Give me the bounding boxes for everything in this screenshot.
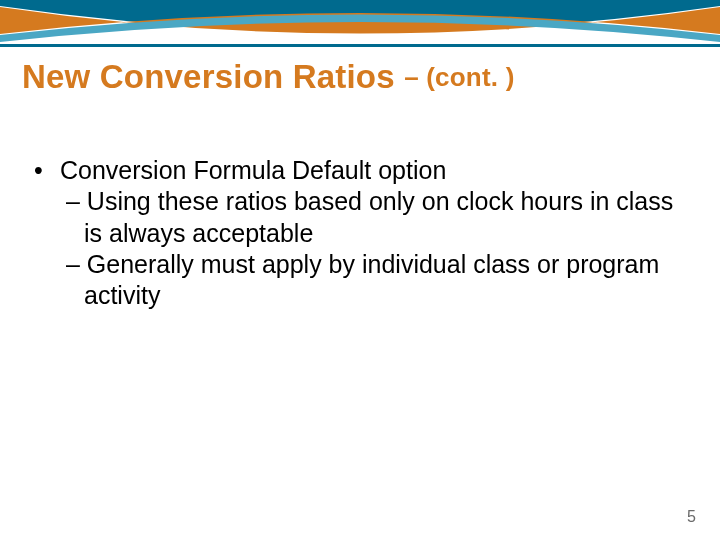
title-cont: – (cont. )	[404, 62, 514, 92]
sub-item-1: – Using these ratios based only on clock…	[66, 186, 690, 249]
header-banner	[0, 0, 720, 52]
page-number: 5	[687, 508, 696, 526]
banner-swoosh	[0, 0, 720, 52]
slide-title: New Conversion Ratios – (cont. )	[22, 58, 698, 96]
svg-rect-0	[0, 44, 720, 47]
bullet-text: Conversion Formula Default option	[60, 155, 446, 186]
bullet-item: • Conversion Formula Default option	[34, 155, 690, 186]
sub-item-2: – Generally must apply by individual cla…	[66, 249, 690, 312]
slide-body: • Conversion Formula Default option – Us…	[34, 155, 690, 311]
bullet-mark: •	[34, 155, 60, 186]
title-main: New Conversion Ratios	[22, 58, 404, 95]
